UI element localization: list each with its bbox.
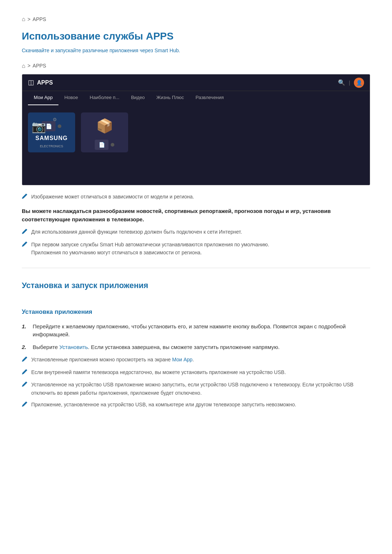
page-subtitle: Скачивайте и запускайте различные прилож… xyxy=(22,46,370,54)
breadcrumb-arrow-2: > xyxy=(28,62,30,70)
image-disclaimer-row: Изображение может отличаться в зависимос… xyxy=(22,193,370,201)
breadcrumb-apps-2[interactable]: APPS xyxy=(33,62,46,70)
install-notes: Установленные приложения можно просмотре… xyxy=(22,356,370,409)
pen-icon-6 xyxy=(22,381,28,389)
page-title: Использование службы APPS xyxy=(22,28,370,45)
note-myapp-text: Установленные приложения можно просмотре… xyxy=(31,356,194,364)
note-usb3-text: Приложение, установленное на устройство … xyxy=(31,401,296,409)
nav-item-life[interactable]: Жизнь Плюс xyxy=(151,91,190,105)
step-2: 2. Выберите Установить. Если установка з… xyxy=(22,343,370,352)
home-icon: ⌂ xyxy=(22,15,25,24)
breadcrumb-arrow: > xyxy=(28,15,30,23)
pen-icon-7 xyxy=(22,401,28,409)
samsung-app-card[interactable]: ⚙ 📷 📄 SAMSUNG ELECTRONICS xyxy=(28,112,75,152)
box-icon: 📦 xyxy=(96,115,113,137)
samsung-sub: ELECTRONICS xyxy=(40,144,63,149)
note-smarthub-row: При первом запуске службы Smart Hub авто… xyxy=(22,241,370,257)
note-smarthub-text: При первом запуске службы Smart Hub авто… xyxy=(31,241,269,257)
tv-content: ⚙ 📷 📄 SAMSUNG ELECTRONICS 📦 📄 xyxy=(22,105,370,185)
small-app-2: 📄 xyxy=(95,140,109,150)
note-usb2-row: Установленное на устройство USB приложен… xyxy=(22,381,370,397)
my-app-link[interactable]: Мои App xyxy=(172,357,192,362)
gear-icon-overlay: ⚙ xyxy=(53,116,57,124)
note-usb2-text: Установленное на устройство USB приложен… xyxy=(31,381,370,397)
pen-icon-5 xyxy=(22,369,28,377)
home-icon-2: ⌂ xyxy=(22,61,25,71)
note-usb-text: Если внутренней памяти телевизора недост… xyxy=(31,368,286,376)
breadcrumb-secondary: ⌂ > APPS xyxy=(22,61,370,71)
nav-item-my-app[interactable]: Мои App xyxy=(28,91,58,105)
step-1: 1. Перейдите к желаемому приложению, что… xyxy=(22,323,370,339)
tv-header-right: 🔍 | 👤 xyxy=(338,78,364,88)
breadcrumb-apps[interactable]: APPS xyxy=(33,15,46,23)
tv-nav: Мои App Новое Наиболее п... Видео Жизнь … xyxy=(22,91,370,105)
step-1-number: 1. xyxy=(22,323,29,331)
pen-icon-3 xyxy=(22,241,28,249)
camera-icon: 📷 xyxy=(32,118,46,136)
nav-item-new[interactable]: Новое xyxy=(58,91,84,105)
tv-search-icon[interactable]: 🔍 xyxy=(338,78,345,87)
breadcrumb: ⌂ > APPS xyxy=(22,15,370,24)
note-myapp-row: Установленные приложения можно просмотре… xyxy=(22,356,370,364)
install-link[interactable]: Установить xyxy=(59,344,88,350)
step-2-text: Выберите Установить. Если установка заве… xyxy=(33,343,279,352)
small-dot-2 xyxy=(111,140,114,150)
install-steps-list: 1. Перейдите к желаемому приложению, что… xyxy=(22,323,370,352)
note-usb3-row: Приложение, установленное на устройство … xyxy=(22,401,370,409)
pen-icon-4 xyxy=(22,356,28,364)
tv-apps-title: APPS xyxy=(37,78,53,87)
box-app-card[interactable]: 📦 📄 xyxy=(81,112,128,152)
pen-icon-1 xyxy=(22,193,28,201)
small-dot-1 xyxy=(58,121,61,131)
subsection-title: Установка приложения xyxy=(22,307,370,317)
tv-divider: | xyxy=(349,78,350,87)
tv-user-icon[interactable]: 👤 xyxy=(354,78,364,88)
nav-item-most[interactable]: Наиболее п... xyxy=(84,91,125,105)
nav-item-video[interactable]: Видео xyxy=(125,91,151,105)
pen-icon-2 xyxy=(22,229,28,237)
tv-ui-mockup: ◫ APPS 🔍 | 👤 Мои App Новое Наиболее п...… xyxy=(22,74,370,185)
note-usb-row: Если внутренней памяти телевизора недост… xyxy=(22,368,370,377)
nav-item-entertainment[interactable]: Развлечения xyxy=(190,91,230,105)
apps-logo-icon: ◫ xyxy=(28,77,34,88)
note-internet-row: Для использования данной функции телевиз… xyxy=(22,228,370,237)
main-description: Вы можете наслаждаться разнообразием нов… xyxy=(22,207,370,223)
section2-title: Установка и запуск приложения xyxy=(22,279,370,292)
section-divider xyxy=(22,268,370,268)
step-2-number: 2. xyxy=(22,343,29,352)
note-internet-text: Для использования данной функции телевиз… xyxy=(31,228,242,236)
image-disclaimer-text: Изображение может отличаться в зависимос… xyxy=(31,193,194,201)
tv-header: ◫ APPS 🔍 | 👤 xyxy=(22,74,370,91)
step-1-text: Перейдите к желаемому приложению, чтобы … xyxy=(33,323,370,339)
tv-header-left: ◫ APPS xyxy=(28,77,53,88)
